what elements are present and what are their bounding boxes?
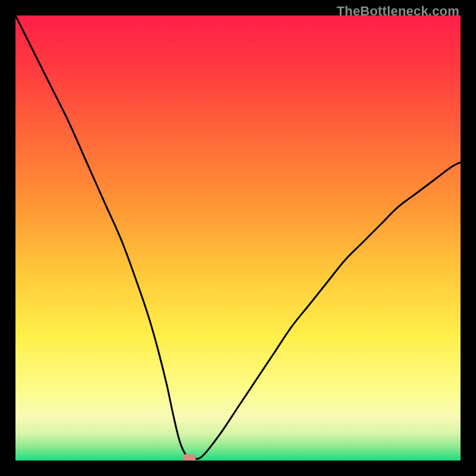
bottleneck-curve — [15, 15, 461, 459]
curve-layer — [15, 15, 461, 461]
chart-frame: TheBottleneck.com — [0, 0, 476, 476]
plot-area — [15, 15, 461, 461]
watermark-text: TheBottleneck.com — [337, 4, 459, 19]
optimal-point-marker — [183, 454, 196, 461]
